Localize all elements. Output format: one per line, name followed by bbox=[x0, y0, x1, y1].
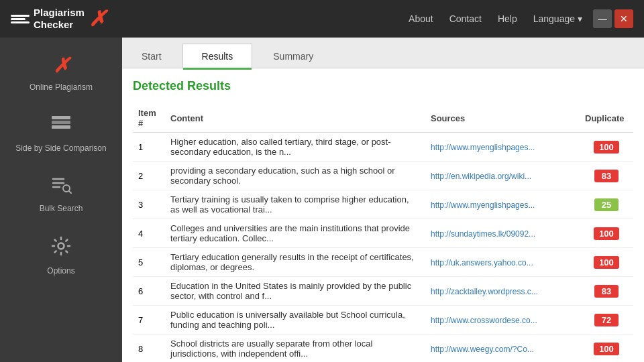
cell-duplicate-2: 25 bbox=[580, 190, 633, 219]
about-link[interactable]: About bbox=[409, 13, 433, 24]
cell-content-2: Tertiary training is usually taken to co… bbox=[165, 190, 425, 219]
svg-line-7 bbox=[69, 191, 71, 193]
gear-icon bbox=[51, 236, 71, 261]
close-button[interactable]: ✕ bbox=[614, 9, 633, 28]
table-row[interactable]: 1 Higher education, also called tertiary… bbox=[133, 133, 633, 162]
table-header-row: Item # Content Sources Duplicate bbox=[133, 104, 633, 133]
side-by-side-icon bbox=[50, 115, 72, 138]
table-row[interactable]: 6 Education in the United States is main… bbox=[133, 277, 633, 306]
col-header-content: Content bbox=[165, 104, 425, 133]
logo-line-1 bbox=[11, 15, 30, 17]
logo-x-icon: ✗ bbox=[89, 6, 107, 32]
cell-source-0[interactable]: http://www.myenglishpages... bbox=[425, 133, 580, 162]
logo-line1: Plagiarism bbox=[34, 7, 85, 19]
cell-duplicate-5: 83 bbox=[580, 277, 633, 306]
tab-results[interactable]: Results bbox=[182, 44, 253, 68]
tab-start[interactable]: Start bbox=[122, 44, 181, 68]
cell-item-2: 3 bbox=[133, 190, 165, 219]
cell-content-1: providing a secondary education, such as… bbox=[165, 162, 425, 190]
cell-content-4: Tertiary education generally results in … bbox=[165, 248, 425, 277]
cell-duplicate-1: 83 bbox=[580, 162, 633, 190]
sidebar-label-bulk-search: Bulk Search bbox=[40, 204, 83, 215]
cell-source-3[interactable]: http://sundaytimes.lk/09092... bbox=[425, 219, 580, 248]
cell-source-5[interactable]: http://zacktalley.wordpress.c... bbox=[425, 277, 580, 306]
window-controls: — ✕ bbox=[593, 9, 633, 28]
language-button[interactable]: Language ▾ bbox=[533, 13, 582, 24]
svg-rect-0 bbox=[52, 125, 70, 129]
cell-item-5: 6 bbox=[133, 277, 165, 306]
cell-duplicate-0: 100 bbox=[580, 133, 633, 162]
sidebar-label-options: Options bbox=[47, 266, 74, 277]
table-row[interactable]: 2 providing a secondary education, such … bbox=[133, 162, 633, 190]
sidebar-label-online-plagiarism: Online Plagiarism bbox=[30, 82, 93, 93]
header-nav: About Contact Help Language ▾ bbox=[409, 13, 582, 24]
table-row[interactable]: 8 School districts are usually separate … bbox=[133, 335, 633, 363]
cell-duplicate-4: 100 bbox=[580, 248, 633, 277]
col-header-item: Item # bbox=[133, 104, 165, 133]
logo-text-group: Plagiarism Checker bbox=[34, 7, 85, 31]
header: Plagiarism Checker ✗ About Contact Help … bbox=[0, 0, 644, 38]
logo-line-3 bbox=[11, 21, 30, 23]
cell-content-3: Colleges and universities are the main i… bbox=[165, 219, 425, 248]
results-table: Item # Content Sources Duplicate 1 Highe… bbox=[133, 104, 633, 362]
detected-results-title: Detected Results bbox=[133, 79, 633, 93]
sidebar-label-side-by-side: Side by Side Comparison bbox=[15, 143, 106, 154]
sidebar-item-side-by-side[interactable]: Side by Side Comparison bbox=[0, 104, 122, 165]
results-panel: Detected Results Item # Content Sources … bbox=[122, 68, 644, 362]
cell-duplicate-7: 100 bbox=[580, 335, 633, 363]
logo-lines-icon bbox=[11, 15, 30, 23]
svg-rect-2 bbox=[52, 116, 70, 119]
svg-point-8 bbox=[58, 243, 64, 249]
cell-item-3: 4 bbox=[133, 219, 165, 248]
cell-content-5: Education in the United States is mainly… bbox=[165, 277, 425, 306]
cell-item-6: 7 bbox=[133, 306, 165, 335]
sidebar-item-online-plagiarism[interactable]: ✗ Online Plagiarism bbox=[0, 43, 122, 104]
tab-summary[interactable]: Summary bbox=[254, 44, 333, 68]
cell-content-7: School districts are usually separate fr… bbox=[165, 335, 425, 363]
col-header-sources: Sources bbox=[425, 104, 580, 133]
cell-content-0: Higher education, also called tertiary, … bbox=[165, 133, 425, 162]
table-row[interactable]: 4 Colleges and universities are the main… bbox=[133, 219, 633, 248]
logo-line2: Checker bbox=[34, 19, 85, 31]
cell-item-4: 5 bbox=[133, 248, 165, 277]
logo: Plagiarism Checker ✗ bbox=[11, 6, 107, 32]
logo-line-2 bbox=[11, 18, 25, 20]
contact-link[interactable]: Contact bbox=[449, 13, 482, 24]
content-area: Start Results Summary Detected Results I… bbox=[122, 38, 644, 362]
cell-source-6[interactable]: http://www.crosswordese.co... bbox=[425, 306, 580, 335]
cell-item-0: 1 bbox=[133, 133, 165, 162]
sidebar: ✗ Online Plagiarism Side by Side Compari… bbox=[0, 38, 122, 362]
x-brand-icon: ✗ bbox=[53, 54, 70, 77]
sidebar-item-bulk-search[interactable]: Bulk Search bbox=[0, 164, 122, 225]
table-row[interactable]: 5 Tertiary education generally results i… bbox=[133, 248, 633, 277]
svg-rect-1 bbox=[52, 121, 70, 124]
main-layout: ✗ Online Plagiarism Side by Side Compari… bbox=[0, 38, 644, 362]
cell-content-6: Public education is universally availabl… bbox=[165, 306, 425, 335]
cell-duplicate-3: 100 bbox=[580, 219, 633, 248]
col-header-duplicate: Duplicate bbox=[580, 104, 633, 133]
cell-item-1: 2 bbox=[133, 162, 165, 190]
help-link[interactable]: Help bbox=[498, 13, 517, 24]
cell-source-2[interactable]: http://www.myenglishpages... bbox=[425, 190, 580, 219]
sidebar-item-options[interactable]: Options bbox=[0, 225, 122, 288]
chevron-down-icon: ▾ bbox=[578, 13, 582, 24]
bulk-search-icon bbox=[50, 175, 72, 198]
table-row[interactable]: 3 Tertiary training is usually taken to … bbox=[133, 190, 633, 219]
cell-source-7[interactable]: http://www.weegy.com/?Co... bbox=[425, 335, 580, 363]
tabs: Start Results Summary bbox=[122, 38, 644, 68]
cell-item-7: 8 bbox=[133, 335, 165, 363]
minimize-button[interactable]: — bbox=[593, 9, 612, 28]
cell-source-1[interactable]: http://en.wikipedia.org/wiki... bbox=[425, 162, 580, 190]
table-row[interactable]: 7 Public education is universally availa… bbox=[133, 306, 633, 335]
cell-source-4[interactable]: http://uk.answers.yahoo.co... bbox=[425, 248, 580, 277]
cell-duplicate-6: 72 bbox=[580, 306, 633, 335]
